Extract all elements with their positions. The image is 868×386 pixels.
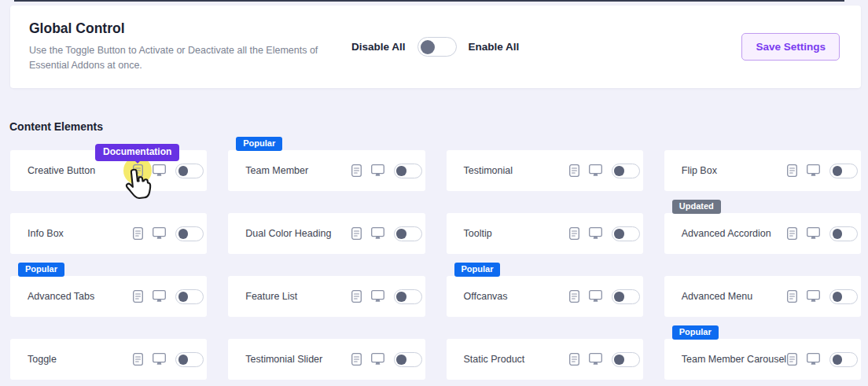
- element-toggle[interactable]: [612, 164, 640, 178]
- element-card-testimonial: Testimonial: [447, 150, 643, 191]
- element-toggle[interactable]: [829, 164, 858, 178]
- live-demo-icon[interactable]: [589, 353, 602, 366]
- live-demo-icon[interactable]: [371, 227, 384, 240]
- element-name: Flip Box: [682, 165, 787, 176]
- window-top-edge: [14, 0, 844, 2]
- toggle-knob: [396, 166, 406, 176]
- documentation-icon[interactable]: [569, 164, 579, 177]
- element-controls: [787, 289, 858, 304]
- documentation-icon[interactable]: [787, 227, 797, 240]
- element-controls: [351, 226, 422, 241]
- element-toggle[interactable]: [175, 164, 204, 178]
- live-demo-icon[interactable]: [153, 353, 166, 366]
- element-controls: [569, 352, 640, 367]
- element-card-advanced-tabs: Popular Advanced Tabs: [10, 276, 207, 317]
- documentation-icon[interactable]: [787, 290, 797, 303]
- live-demo-icon[interactable]: [807, 227, 820, 240]
- live-demo-icon[interactable]: [807, 290, 820, 303]
- toggle-knob: [178, 355, 189, 365]
- element-card-info-box: Info Box: [10, 213, 207, 254]
- global-control-panel: Global Control Use the Toggle Button to …: [10, 6, 861, 88]
- live-demo-icon[interactable]: [371, 353, 384, 366]
- element-name: Info Box: [28, 228, 133, 239]
- live-demo-icon[interactable]: [371, 164, 384, 177]
- save-settings-button[interactable]: Save Settings: [741, 33, 840, 61]
- enable-all-label: Enable All: [469, 41, 520, 53]
- toggle-knob: [178, 229, 189, 239]
- element-toggle[interactable]: [829, 226, 858, 241]
- element-badge: Popular: [18, 263, 64, 277]
- element-toggle[interactable]: [829, 289, 858, 304]
- element-controls: [787, 164, 858, 178]
- element-badge: Updated: [672, 200, 721, 214]
- live-demo-icon[interactable]: [589, 227, 602, 240]
- mouse-cursor: [123, 166, 156, 205]
- element-toggle[interactable]: [829, 352, 858, 367]
- element-controls: [569, 164, 640, 178]
- element-name: Offcanvas: [464, 291, 569, 302]
- element-name: Creative Button: [28, 165, 133, 176]
- live-demo-icon[interactable]: [589, 290, 602, 303]
- documentation-icon[interactable]: [787, 164, 797, 177]
- live-demo-icon[interactable]: [153, 164, 166, 177]
- element-name: Team Member Carousel: [682, 354, 787, 365]
- documentation-icon[interactable]: [351, 164, 362, 177]
- element-card-feature-list: Feature List: [228, 276, 425, 317]
- toggle-knob: [614, 292, 624, 302]
- element-toggle[interactable]: [175, 289, 204, 304]
- element-badge: Popular: [672, 325, 719, 340]
- element-toggle[interactable]: [394, 352, 422, 367]
- element-toggle[interactable]: [612, 352, 640, 367]
- toggle-knob: [833, 292, 843, 302]
- element-toggle[interactable]: [175, 352, 204, 367]
- element-card-toggle: Toggle: [10, 339, 207, 380]
- element-controls: [133, 226, 204, 241]
- element-toggle[interactable]: [394, 164, 422, 178]
- live-demo-icon[interactable]: [153, 227, 166, 240]
- element-card-team-member-carousel: Popular Team Member Carousel: [664, 339, 861, 380]
- element-badge: Popular: [454, 263, 501, 277]
- element-controls: [569, 226, 640, 241]
- documentation-icon[interactable]: [133, 353, 143, 366]
- element-card-dual-color-heading: Dual Color Heading: [228, 213, 425, 254]
- documentation-icon[interactable]: [351, 290, 362, 303]
- toggle-knob: [614, 229, 624, 239]
- documentation-icon[interactable]: [569, 227, 579, 240]
- element-toggle[interactable]: [612, 289, 640, 304]
- documentation-icon[interactable]: [133, 227, 143, 240]
- documentation-icon[interactable]: [351, 227, 362, 240]
- element-toggle[interactable]: [175, 226, 204, 241]
- toggle-knob: [614, 166, 624, 176]
- element-card-tooltip: Tooltip: [447, 213, 643, 254]
- live-demo-icon[interactable]: [371, 290, 384, 303]
- live-demo-icon[interactable]: [153, 290, 166, 303]
- element-toggle[interactable]: [394, 289, 422, 304]
- content-elements-heading: Content Elements: [9, 120, 103, 133]
- live-demo-icon[interactable]: [807, 164, 820, 177]
- elements-grid: Creative Button Documentation Popular Te…: [10, 150, 861, 380]
- element-controls: [133, 352, 204, 367]
- live-demo-icon[interactable]: [807, 353, 820, 366]
- toggle-knob: [421, 40, 435, 54]
- toggle-knob: [396, 292, 406, 302]
- live-demo-icon[interactable]: [589, 164, 602, 177]
- documentation-icon[interactable]: [133, 290, 143, 303]
- element-name: Advanced Tabs: [28, 291, 133, 302]
- documentation-tooltip: Documentation: [95, 144, 179, 161]
- element-name: Testimonial: [464, 165, 569, 176]
- master-toggle[interactable]: [417, 37, 457, 57]
- documentation-icon[interactable]: [569, 353, 579, 366]
- documentation-icon[interactable]: [351, 353, 362, 366]
- element-card-static-product: Static Product: [447, 339, 643, 380]
- global-control-title: Global Control: [29, 20, 342, 37]
- element-controls: [351, 289, 422, 304]
- element-card-testimonial-slider: Testimonial Slider: [228, 339, 425, 380]
- documentation-icon[interactable]: [787, 353, 797, 366]
- element-controls: [133, 289, 204, 304]
- element-card-advanced-accordion: Updated Advanced Accordion: [664, 213, 861, 254]
- documentation-icon[interactable]: [569, 290, 579, 303]
- element-name: Tooltip: [464, 228, 569, 239]
- element-toggle[interactable]: [612, 226, 640, 241]
- toggle-knob: [833, 229, 843, 239]
- element-toggle[interactable]: [394, 226, 422, 241]
